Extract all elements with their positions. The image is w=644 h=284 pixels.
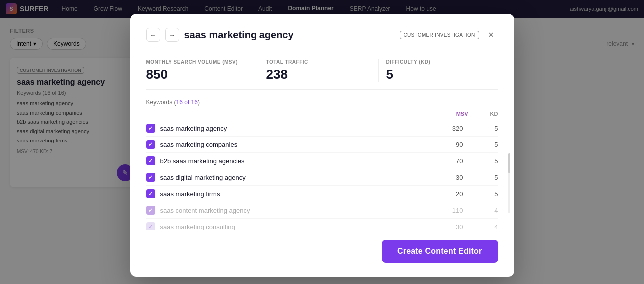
kw-msv-2: 70 xyxy=(423,157,463,165)
kw-row-4: ✓ saas marketing firms 20 5 xyxy=(146,186,498,202)
keywords-section-header: Keywords (16 of 16) xyxy=(146,99,498,106)
modal-footer: Create Content Editor xyxy=(146,240,498,263)
col-kd-label: KD xyxy=(468,111,498,117)
kw-row-2: ✓ b2b saas marketing agencies 70 5 xyxy=(146,153,498,169)
kw-checkbox-4[interactable]: ✓ xyxy=(146,189,155,198)
scrollbar-track[interactable] xyxy=(508,153,510,213)
kw-kd-4: 5 xyxy=(468,190,498,198)
kw-checkbox-3[interactable]: ✓ xyxy=(146,173,155,182)
traffic-label: TOTAL TRAFFIC xyxy=(266,59,370,65)
kw-msv-1: 90 xyxy=(423,141,463,148)
kw-checkbox-2[interactable]: ✓ xyxy=(146,156,155,165)
kw-row-0: ✓ saas marketing agency 320 5 xyxy=(146,120,498,137)
kw-checkbox-5[interactable]: ✓ xyxy=(146,206,155,215)
kw-msv-5: 110 xyxy=(423,207,463,214)
col-msv-label: MSV xyxy=(428,111,468,117)
scrollbar-thumb xyxy=(508,153,510,173)
kw-kd-2: 5 xyxy=(468,157,498,165)
kw-name-2: b2b saas marketing agencies xyxy=(160,157,418,165)
kw-kd-0: 5 xyxy=(468,125,498,132)
kw-msv-4: 20 xyxy=(423,190,463,198)
kw-name-1: saas marketing companies xyxy=(160,141,418,148)
kw-kd-6: 4 xyxy=(468,223,498,230)
kw-table-header: MSV KD xyxy=(146,111,498,120)
keywords-count: 16 of 16 xyxy=(176,99,198,106)
stat-msv: MONTHLY SEARCH VOLUME (MSV) 850 xyxy=(146,59,258,82)
stat-traffic: TOTAL TRAFFIC 238 xyxy=(258,59,379,82)
kw-row-1: ✓ saas marketing companies 90 5 xyxy=(146,137,498,153)
forward-arrow-btn[interactable]: → xyxy=(165,28,179,42)
modal-tag: CUSTOMER INVESTIGATION xyxy=(400,31,479,39)
kw-row-3: ✓ saas digital marketing agency 30 5 xyxy=(146,169,498,186)
kw-name-4: saas marketing firms xyxy=(160,190,418,198)
kw-name-6: saas marketing consulting xyxy=(160,223,418,230)
msv-value: 850 xyxy=(146,67,250,82)
kw-kd-5: 4 xyxy=(468,207,498,214)
kw-checkbox-6[interactable]: ✓ xyxy=(146,222,155,230)
stat-difficulty: DIFFICULTY (KD) 5 xyxy=(379,59,498,82)
difficulty-label: DIFFICULTY (KD) xyxy=(386,59,490,65)
keywords-list: ✓ saas marketing agency 320 5 ✓ saas mar… xyxy=(146,120,498,230)
back-arrow-btn[interactable]: ← xyxy=(146,28,160,42)
kw-row-6: ✓ saas marketing consulting 30 4 xyxy=(146,219,498,230)
stats-row: MONTHLY SEARCH VOLUME (MSV) 850 TOTAL TR… xyxy=(146,52,498,90)
kw-name-0: saas marketing agency xyxy=(160,125,418,132)
modal-header: ← → saas marketing agency CUSTOMER INVES… xyxy=(146,28,498,42)
kw-checkbox-0[interactable]: ✓ xyxy=(146,124,155,133)
keyword-modal: ← → saas marketing agency CUSTOMER INVES… xyxy=(130,14,514,277)
kw-msv-0: 320 xyxy=(423,125,463,132)
traffic-value: 238 xyxy=(266,67,370,82)
kw-name-5: saas content marketing agency xyxy=(160,207,418,214)
kw-row-5: ✓ saas content marketing agency 110 4 xyxy=(146,202,498,219)
modal-title: saas marketing agency xyxy=(184,29,395,41)
msv-label: MONTHLY SEARCH VOLUME (MSV) xyxy=(146,59,250,65)
kw-name-3: saas digital marketing agency xyxy=(160,174,418,181)
kw-msv-6: 30 xyxy=(423,223,463,230)
close-modal-btn[interactable]: × xyxy=(484,28,498,42)
kw-kd-1: 5 xyxy=(468,141,498,148)
kw-msv-3: 30 xyxy=(423,174,463,181)
kw-kd-3: 5 xyxy=(468,174,498,181)
create-content-editor-button[interactable]: Create Content Editor xyxy=(382,240,498,263)
kw-checkbox-1[interactable]: ✓ xyxy=(146,140,155,149)
difficulty-value: 5 xyxy=(386,67,490,82)
